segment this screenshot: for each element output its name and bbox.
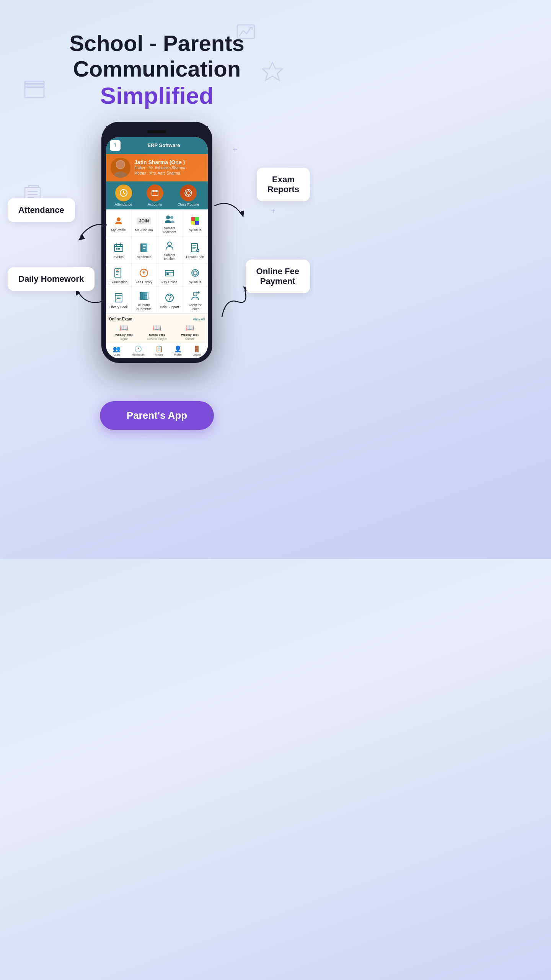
svg-rect-37	[191, 221, 195, 225]
exam-card-1-sub: General Subject	[147, 338, 166, 340]
exam-card-0[interactable]: 📖 Weekly Test English	[115, 323, 133, 340]
grid-apply-leave[interactable]: Apply for Leave	[183, 287, 208, 314]
subject-teacher-icon	[163, 240, 176, 252]
fee-history-label: Fee History	[136, 280, 152, 284]
hero-section: School - Parents Communication Simplifie…	[0, 0, 314, 122]
accounts-icon-circle	[147, 185, 163, 201]
grid-fee-history[interactable]: ₹ Fee History	[132, 264, 157, 287]
nav-notice-label: Notice	[155, 353, 163, 356]
grid-syllabus-1[interactable]: Syllabus	[183, 210, 208, 237]
svg-point-33	[166, 216, 170, 219]
exam-card-2-icon: 📖	[186, 323, 194, 332]
grid-elibrary[interactable]: eLibrary eContents	[132, 287, 157, 314]
nav-users-icon: 👥	[113, 345, 121, 353]
nav-logout[interactable]: 🚪 Logout	[192, 345, 201, 356]
fee-history-icon: ₹	[138, 267, 150, 279]
svg-point-27	[186, 191, 190, 195]
app-title: ERP Software	[124, 142, 204, 148]
exam-card-2[interactable]: 📖 Weekly Test Science	[181, 323, 199, 340]
grid-syllabus-2[interactable]: Syllabus	[183, 264, 208, 287]
label-daily-homework: Daily Homework	[8, 267, 95, 291]
exam-card-0-title: Weekly Test	[115, 333, 133, 336]
label-exam-reports: ExamReports	[257, 168, 310, 201]
academic-label: Academic	[137, 255, 151, 259]
mr-alok-label: Mr. Alok Jha	[135, 228, 153, 232]
app-header: T ERP Software	[106, 137, 208, 154]
exam-card-2-title: Weekly Test	[181, 333, 199, 336]
routine-icon-circle	[180, 185, 197, 201]
syllabus-2-label: Syllabus	[189, 280, 201, 284]
svg-rect-64	[165, 270, 174, 276]
svg-line-21	[124, 193, 125, 194]
nav-profile-label: Profile	[174, 353, 182, 356]
grid-lesson-plan[interactable]: Lesson Plan	[183, 237, 208, 263]
elibrary-label: eLibrary eContents	[133, 303, 155, 311]
grid-pay-online[interactable]: Pay Online	[157, 264, 183, 287]
svg-point-84	[193, 292, 197, 296]
nav-notice-icon: 📋	[155, 345, 163, 353]
svg-point-34	[170, 216, 173, 219]
subject-teacher-label: Subject teacher	[158, 253, 181, 261]
nav-homework[interactable]: 🕐 Homework	[132, 345, 144, 356]
svg-rect-38	[195, 221, 199, 225]
exam-card-0-sub: English	[119, 338, 128, 340]
lesson-plan-label: Lesson Plan	[186, 255, 204, 259]
attendance-label: Attendance	[115, 203, 132, 206]
elibrary-icon	[138, 290, 150, 302]
view-all-link[interactable]: View All	[193, 317, 205, 321]
svg-rect-78	[142, 292, 147, 300]
online-exam-header: Online Exam View All	[109, 317, 205, 321]
exam-card-1-icon: 📖	[153, 323, 161, 332]
quick-icon-routine[interactable]: Class Routine	[178, 185, 199, 206]
label-attendance: Attendance	[8, 198, 75, 222]
grid-subject-teacher[interactable]: Subject teacher	[157, 237, 183, 263]
phone-notch	[106, 126, 208, 137]
svg-rect-22	[152, 190, 158, 196]
grid-subject-teachers[interactable]: Subject Teachers	[157, 210, 183, 237]
avatar	[111, 158, 130, 178]
accounts-label: Accounts	[148, 203, 162, 206]
grid-mr-alok[interactable]: JOIN Mr. Alok Jha	[132, 210, 157, 237]
profile-mother: Mother : Mrs. Aarti Sharma	[134, 171, 185, 176]
label-online-fee-payment: Online FeePayment	[246, 260, 310, 293]
nav-homework-icon: 🕐	[134, 345, 142, 353]
profile-info: Jatin Sharma (One ) Father : Mr. Ashutos…	[134, 159, 185, 176]
app-logo: T	[110, 140, 121, 151]
parents-app-section: Parent's App	[0, 382, 314, 453]
svg-point-68	[193, 271, 197, 275]
svg-point-83	[169, 299, 170, 300]
attendance-icon-circle	[115, 185, 132, 201]
svg-rect-43	[116, 248, 117, 250]
phone-area: Attendance Daily Homework ExamReports On…	[0, 122, 314, 382]
grid-academic[interactable]: Academic	[132, 237, 157, 263]
events-label: Events	[114, 255, 124, 259]
exam-card-1-title: Maths Test	[149, 333, 165, 336]
pay-online-label: Pay Online	[161, 280, 178, 284]
syllabus-2-icon	[189, 267, 201, 279]
online-exam-section: Online Exam View All 📖 Weekly Test Engli…	[106, 314, 208, 343]
quick-icon-accounts[interactable]: Accounts	[147, 185, 163, 206]
hero-title-line2: Communication	[0, 56, 314, 82]
phone-mockup: T ERP Software Jatin Sharma (One ) Fathe	[101, 122, 212, 363]
svg-rect-36	[195, 217, 199, 221]
nav-users[interactable]: 👥 Users	[113, 345, 121, 356]
examination-icon	[112, 267, 125, 279]
subject-teachers-icon	[163, 213, 176, 225]
parents-app-button[interactable]: Parent's App	[100, 401, 214, 430]
exam-card-1[interactable]: 📖 Maths Test General Subject	[147, 323, 166, 340]
nav-profile[interactable]: 👤 Profile	[174, 345, 182, 356]
nav-notice[interactable]: 📋 Notice	[155, 345, 163, 356]
bottom-nav: 👥 Users 🕐 Homework 📋 Notice 👤 Profile 🚪	[106, 343, 208, 358]
profile-banner: Jatin Sharma (One ) Father : Mr. Ashutos…	[106, 154, 208, 181]
lesson-plan-icon	[189, 242, 201, 254]
exam-card-2-sub: Science	[185, 338, 195, 340]
syllabus-1-icon	[189, 215, 201, 227]
subject-teachers-label: Subject Teachers	[158, 226, 181, 234]
grid-help-support[interactable]: Help Support	[157, 287, 183, 314]
svg-rect-73	[115, 294, 122, 302]
svg-point-18	[117, 161, 124, 168]
help-support-label: Help Support	[160, 305, 179, 309]
svg-point-50	[168, 242, 171, 246]
quick-icon-attendance[interactable]: Attendance	[115, 185, 132, 206]
hero-title-line1: School - Parents	[0, 31, 314, 56]
